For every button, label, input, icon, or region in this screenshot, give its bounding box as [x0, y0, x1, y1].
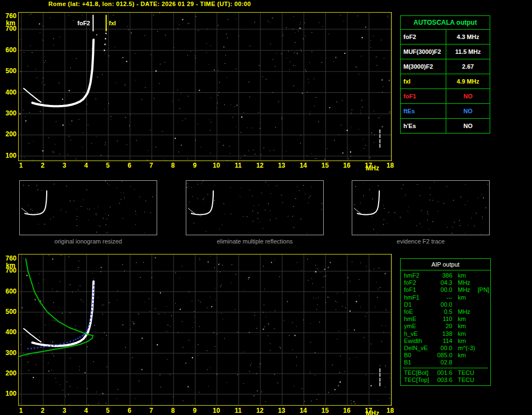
aip-row: TEC[Bot]001.6TECU — [401, 369, 490, 377]
autoscala-param-label: ftEs — [401, 104, 446, 118]
x-axis-tick-label: 5 — [102, 162, 114, 169]
restored-trace — [93, 292, 94, 293]
aip-row: D100.0 — [401, 301, 490, 308]
thumbnail-eliminate-reflections — [186, 180, 324, 235]
restored-trace — [84, 334, 85, 335]
autoscala-row: fxI4.9 MHz — [401, 74, 490, 89]
restored-trace — [57, 344, 58, 345]
x-axis-unit-label: MHz — [365, 410, 379, 415]
restored-trace — [93, 285, 94, 286]
aip-param-note — [478, 330, 490, 337]
aip-param-value: 114 — [433, 337, 453, 345]
aip-param-note — [478, 301, 490, 308]
autoscala-row: MUF(3000)F211.5 MHz — [401, 45, 490, 59]
x-axis-tick-label: 14 — [297, 407, 309, 414]
thumbnail-caption-evidence: evidence F2 trace — [352, 238, 490, 245]
autoscala-application-window: { "window": { "title": "Rome (lat: +41.8… — [0, 0, 532, 415]
aip-param-value: 085.0 — [433, 352, 453, 359]
restored-trace — [80, 336, 81, 337]
autoscala-param-value: NO — [446, 119, 490, 133]
restored-trace — [90, 317, 91, 318]
interference-column — [379, 383, 380, 386]
x-axis-tick-label: 9 — [189, 162, 201, 169]
x-axis-tick-label: 12 — [254, 407, 266, 414]
aip-param-name: B1 — [404, 359, 433, 366]
autoscala-param-value: NO — [446, 89, 490, 103]
aip-param-unit: MHz — [453, 279, 478, 286]
aip-row: foF100.0MHz[PN] — [401, 286, 490, 294]
x-axis-tick-label: 15 — [319, 162, 331, 169]
x-axis-tick-label: 6 — [124, 162, 136, 169]
x-axis-unit-label: MHz — [365, 164, 379, 172]
aip-param-unit: km — [453, 272, 478, 279]
aip-param-unit: TECU — [453, 369, 478, 377]
aip-row: B102.8 — [401, 359, 490, 366]
y-axis-tick-label: 600 — [1, 46, 16, 54]
restored-trace — [66, 342, 68, 343]
aip-param-value: 138 — [433, 330, 453, 337]
F2-trace — [32, 281, 93, 346]
aip-param-unit — [453, 301, 478, 308]
aip-param-name: D1 — [404, 301, 433, 308]
leading-edge-branch — [24, 88, 41, 102]
aip-param-name: TEC[Top] — [404, 377, 433, 384]
restored-trace — [60, 344, 61, 345]
aip-param-name: hmE — [404, 316, 433, 323]
leading-edge-branch-mini — [188, 208, 194, 213]
x-axis-tick-label: 9 — [189, 407, 201, 414]
autoscala-param-label: MUF(3000)F2 — [401, 45, 446, 59]
x-axis-tick-label: 13 — [275, 407, 287, 414]
interference-column — [379, 373, 380, 377]
aip-row: hmE110km — [401, 316, 490, 323]
aip-param-name: TEC[Bot] — [404, 369, 433, 377]
x-axis-tick-label: 3 — [58, 162, 70, 169]
x-axis-tick-label: 11 — [232, 407, 244, 414]
aip-param-value: 110 — [433, 316, 453, 323]
aip-param-note — [478, 377, 490, 384]
aip-param-note — [478, 345, 490, 352]
aip-param-unit: km — [453, 330, 478, 337]
restored-trace — [53, 345, 54, 346]
restored-trace — [77, 338, 79, 339]
autoscala-param-label: foF1 — [401, 89, 446, 103]
x-axis-tick-label: 18 — [384, 407, 396, 414]
x-axis-tick-label: 1 — [15, 407, 27, 414]
x-mode-trace — [104, 49, 105, 51]
restored-trace — [43, 346, 45, 347]
aip-param-note — [478, 308, 490, 316]
autoscala-param-label: foF2 — [401, 30, 446, 44]
restored-trace — [31, 348, 32, 349]
restored-trace — [50, 345, 51, 346]
top-ionogram-plot — [18, 12, 392, 161]
aip-param-value: 20 — [433, 323, 453, 330]
aip-row: foF204.3MHz — [401, 279, 490, 286]
x-mode-trace — [104, 44, 106, 45]
x-axis-tick-label: 11 — [232, 162, 244, 169]
aip-param-name: foE — [404, 308, 433, 316]
aip-param-value: 0.5 — [433, 308, 453, 316]
aip-param-name: ymE — [404, 323, 433, 330]
aip-param-note — [478, 337, 490, 345]
restored-trace — [75, 339, 76, 340]
aip-param-value: --- — [433, 294, 453, 301]
interference-column — [379, 130, 380, 134]
leading-edge-branch-mini — [21, 208, 27, 213]
y-axis-tick-label: 400 — [1, 328, 16, 336]
F2-trace-mini — [191, 191, 213, 214]
restored-trace — [34, 347, 35, 348]
leading-edge-branch — [24, 329, 41, 342]
autoscala-param-label: M(3000)F2 — [401, 59, 446, 74]
restored-trace — [37, 347, 38, 348]
restored-trace — [91, 314, 92, 315]
autoscala-param-value: 2.67 — [446, 59, 490, 74]
y-axis-tick-label: 400 — [1, 88, 16, 96]
interference-column — [379, 368, 380, 372]
aip-param-name: B0 — [404, 352, 433, 359]
restored-trace — [93, 289, 94, 290]
aip-param-name: Ewidth — [404, 337, 433, 345]
aip-param-note — [478, 323, 490, 330]
restored-trace — [92, 299, 93, 300]
x-axis-tick-label: 16 — [341, 407, 353, 414]
aip-param-value: 001.6 — [433, 369, 453, 377]
y-axis-tick-label: 300 — [1, 349, 16, 357]
